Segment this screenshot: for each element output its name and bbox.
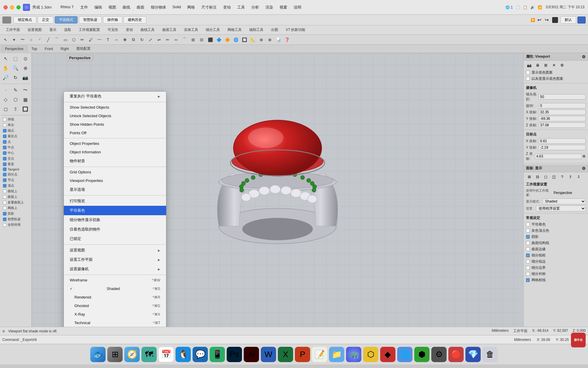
rp-help-icon[interactable]: ? <box>559 173 565 180</box>
tool-dim[interactable]: ↔ <box>113 36 120 44</box>
tool-snap[interactable]: 🔲 <box>240 36 248 44</box>
rp-cb-gray-bg[interactable]: 以灰度显示底色图案 <box>524 76 588 82</box>
menu-transform[interactable]: 变动 <box>220 4 234 11</box>
tool-surface[interactable]: 🔷 <box>215 36 223 44</box>
rp-export-icon[interactable]: ⇪ <box>567 173 574 180</box>
snap-knot[interactable]: 节点 <box>1 177 30 183</box>
rp-fine-edges[interactable]: 细分锐边 <box>524 258 588 265</box>
menu-rhino[interactable]: Rhino 7 <box>58 4 77 11</box>
rp-shading[interactable]: ✓ 阴影 <box>524 234 588 240</box>
cm-subd-toggle[interactable]: 细分物件显示切换 <box>64 215 166 225</box>
snap-onmesh-cb[interactable] <box>3 206 6 210</box>
tool-point[interactable]: ✦ <box>10 36 18 44</box>
snap-tangent-cb[interactable] <box>3 168 6 171</box>
tool-polygon[interactable]: ⬡ <box>70 36 78 44</box>
snap-perp-cb[interactable] <box>3 163 6 166</box>
snap-mid-cb[interactable] <box>3 146 6 149</box>
history-btn[interactable]: 建构历史 <box>123 16 146 24</box>
lp-lasso-icon[interactable]: ⊙ <box>21 54 30 63</box>
snap-oncurve[interactable]: 曲线上 <box>1 188 30 194</box>
tool-snap2[interactable]: 📐 <box>249 36 257 44</box>
snap-onpolysurface-cb[interactable] <box>3 201 6 204</box>
lp-surface-icon[interactable]: ◻ <box>1 105 10 113</box>
snap-near-cb[interactable] <box>3 135 6 138</box>
tool-trim[interactable]: ✂ <box>164 36 171 44</box>
rp-grid-lines-cb[interactable]: ✓ <box>526 253 530 257</box>
dock-calendar[interactable]: 📅 <box>158 347 174 362</box>
tool-polyline[interactable]: ⌒ <box>53 36 61 44</box>
rp-wireframe[interactable]: ✓ 网格框线 <box>524 277 588 283</box>
tool-nurbs[interactable]: 〰 <box>96 36 103 44</box>
rp-gray-vertex[interactable]: 灰色顶点色 <box>524 228 588 234</box>
cm-grid-options[interactable]: Grid Options <box>64 168 166 176</box>
color-swatch[interactable] <box>552 17 558 23</box>
mode-icon[interactable] <box>2 16 11 24</box>
cm-show-selected[interactable]: Show Selected Objects <box>64 103 166 112</box>
lp-window-select-icon[interactable]: ⬚ <box>11 54 20 63</box>
rp-surface-border[interactable]: 曲面边缘 <box>524 246 588 252</box>
rp-tgt-z-input[interactable] <box>535 154 582 159</box>
cm-set-view[interactable]: 设置视图 <box>64 246 166 255</box>
dock-notes[interactable]: 📝 <box>312 347 327 362</box>
tool-arc[interactable]: ◜ <box>36 36 44 44</box>
tool-mirror[interactable]: ⇌ <box>155 36 163 44</box>
gumball-btn[interactable]: 操作轴 <box>103 16 122 24</box>
vp-tab-perspective[interactable]: Perspective <box>1 46 27 52</box>
menu-solid[interactable]: Solid <box>170 4 184 11</box>
lp-transform-icon[interactable]: ⇧ <box>11 105 20 113</box>
snap-persist-cb[interactable] <box>3 118 6 121</box>
snap-disable-all-cb[interactable] <box>3 223 6 227</box>
snap-vertex[interactable]: 顶点 <box>1 183 30 188</box>
menu-view[interactable]: 视图 <box>106 4 119 11</box>
tool-circle[interactable]: ○ <box>27 36 35 44</box>
tab-solid-tools[interactable]: 实体工具 <box>181 26 202 33</box>
dock-excel[interactable]: X <box>278 347 293 362</box>
dock-qq2[interactable]: 💬 <box>193 347 208 362</box>
vp-tab-top[interactable]: Top <box>28 46 41 52</box>
rp-flat-shade[interactable]: 平坦着色 <box>524 221 588 228</box>
rp-fine-edges-cb[interactable] <box>526 260 530 263</box>
cm-display-options[interactable]: 显示选项 <box>64 185 166 194</box>
menu-edit[interactable]: 编辑 <box>91 4 105 11</box>
tool-help[interactable]: ❓ <box>283 36 291 44</box>
rp-settings-icon2[interactable]: ⚙ <box>559 62 565 68</box>
tool-bool2[interactable]: ⊗ <box>266 36 274 44</box>
cm-wireframe[interactable]: Wireframe ^⌘W <box>64 276 166 284</box>
tab-aux-tools[interactable]: 辅助工具 <box>246 26 267 33</box>
rp-grid-lines[interactable]: ✓ 细分线框 <box>524 252 588 258</box>
menu-viewport[interactable]: 视窗 <box>277 4 290 11</box>
cm-header[interactable]: 重复执行 平坦着色 <box>64 92 166 101</box>
dock-rhino[interactable]: 🦏 <box>346 347 361 362</box>
rp-surface-edges-cb[interactable] <box>526 241 530 245</box>
cm-locked[interactable]: 已锁定 <box>64 234 166 243</box>
minimize-button[interactable] <box>10 5 14 9</box>
rp-cb-show-bg-box[interactable] <box>526 71 530 74</box>
rp-shading-cb[interactable]: ✓ <box>526 235 530 239</box>
tool-boolean[interactable]: ⊕ <box>258 36 265 44</box>
cm-rendered[interactable]: Rendered ^⌘R <box>64 293 166 301</box>
dock-ai[interactable]: Ai <box>244 347 259 362</box>
tab-select[interactable]: 选取 <box>61 26 75 33</box>
tool-revolve[interactable]: 🌀 <box>232 36 240 44</box>
tab-new-v7[interactable]: V7 的新功能 <box>282 26 309 33</box>
default-btn[interactable]: 默认 <box>560 16 576 24</box>
snap-onsurface-cb[interactable] <box>3 195 6 199</box>
snap-end-cb[interactable] <box>3 129 6 132</box>
planar-mode-btn[interactable]: 平面模式 <box>55 16 78 24</box>
snap-project-cb[interactable] <box>3 212 6 216</box>
snap-disable-all[interactable]: 全部停用 <box>1 222 30 228</box>
menu-file[interactable]: 文件 <box>77 4 91 11</box>
tool-freeform[interactable]: ✏ <box>78 36 86 44</box>
rp-gray-vertex-cb[interactable] <box>526 229 530 233</box>
lp-zoom-win-icon[interactable]: ⊕ <box>21 64 30 72</box>
snap-quad-cb[interactable] <box>3 173 6 176</box>
snap-smart-cb[interactable] <box>3 218 6 221</box>
undo-icon[interactable]: ↩ <box>537 17 541 23</box>
rp-display-mode-select[interactable]: Shaded Wireframe Rendered <box>542 198 586 204</box>
rp-wireframe-cb[interactable]: ✓ <box>526 278 530 282</box>
snap-once-cb[interactable] <box>3 123 6 127</box>
menu-mesh[interactable]: 网格 <box>184 4 198 11</box>
rp-cam-y-input[interactable] <box>539 116 586 121</box>
rp-cb-gray-bg-box[interactable] <box>526 77 530 81</box>
rp-fine-symmetry-cb[interactable] <box>526 272 530 276</box>
